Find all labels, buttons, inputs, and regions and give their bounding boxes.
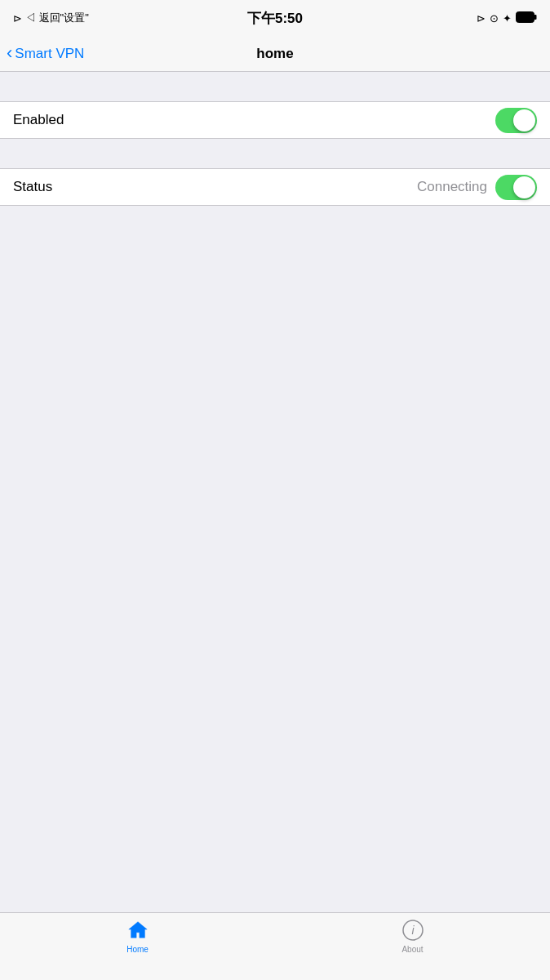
back-chevron-icon: ‹: [7, 44, 12, 62]
status-toggle-knob: [513, 176, 535, 198]
nav-title: home: [256, 46, 293, 62]
alarm-icon: ⊙: [490, 12, 499, 24]
status-bar: ⊳ ◁ 返回"设置" 下午5:50 ⊳ ⊙ ✦: [0, 0, 550, 36]
svg-rect-2: [517, 12, 533, 21]
section-spacer-middle: [0, 139, 550, 168]
status-value: Connecting: [417, 179, 487, 195]
tab-about[interactable]: i About: [372, 918, 454, 954]
battery-icon: [516, 11, 537, 25]
svg-text:i: i: [411, 924, 415, 937]
status-row: Status Connecting: [0, 169, 550, 205]
status-label: Status: [13, 179, 52, 195]
about-icon: i: [401, 918, 425, 942]
main-content: [0, 206, 550, 912]
status-toggle[interactable]: [495, 175, 537, 200]
enabled-toggle[interactable]: [495, 108, 537, 133]
nav-bar: ‹ Smart VPN home: [0, 36, 550, 72]
enabled-label: Enabled: [13, 112, 64, 128]
status-bar-back-text: ◁ 返回"设置": [25, 11, 89, 25]
tab-home[interactable]: Home: [97, 918, 179, 954]
enabled-toggle-knob: [513, 109, 535, 131]
enabled-row-right: [495, 108, 537, 133]
status-row-right: Connecting: [417, 175, 537, 200]
bluetooth-icon: ✦: [503, 12, 512, 24]
nav-back-button[interactable]: ‹ Smart VPN: [7, 46, 84, 62]
status-bar-right: ⊳ ⊙ ✦: [477, 11, 537, 25]
section-spacer-top: [0, 72, 550, 101]
navigation-arrow-icon: ⊳: [13, 12, 22, 24]
tab-home-label: Home: [126, 945, 149, 954]
enabled-row: Enabled: [0, 102, 550, 138]
home-icon: [126, 918, 150, 942]
status-section: Status Connecting: [0, 168, 550, 206]
tab-about-label: About: [401, 945, 423, 954]
svg-rect-1: [534, 15, 537, 20]
status-bar-time: 下午5:50: [247, 9, 303, 28]
nav-back-label: Smart VPN: [15, 46, 84, 62]
tab-bar: Home i About: [0, 912, 550, 980]
enabled-section: Enabled: [0, 101, 550, 139]
location-icon: ⊳: [477, 12, 486, 24]
status-bar-left: ⊳ ◁ 返回"设置": [13, 11, 89, 25]
